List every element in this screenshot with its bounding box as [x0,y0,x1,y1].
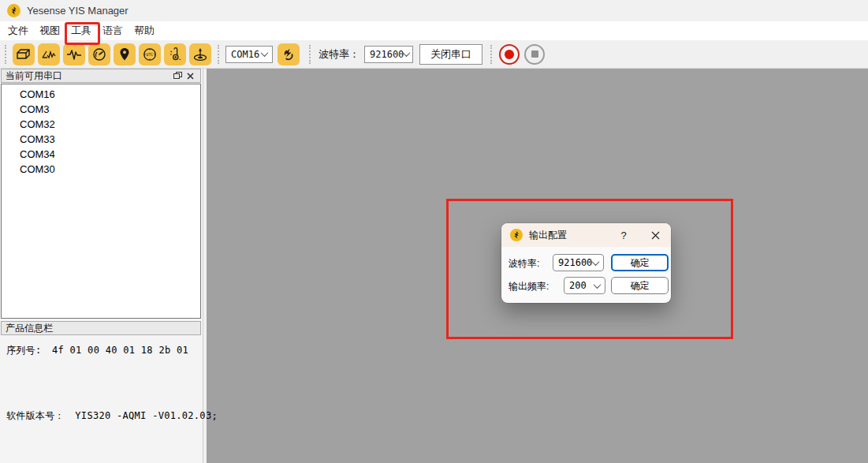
stop-button[interactable] [524,44,545,65]
close-icon [651,231,660,240]
output-rate-row: 输出频率: 200 确定 [509,277,664,294]
port-list-item[interactable]: COM30 [2,162,200,177]
menu-view[interactable]: 视图 [35,22,65,39]
chevron-down-icon [261,49,269,57]
toolbar-drag-handle[interactable] [5,45,6,64]
record-button[interactable] [499,44,520,65]
dialog-logo-icon [510,229,523,241]
gauge-icon [92,47,106,62]
stylus-calibration-button[interactable] [189,43,211,65]
dialog-baud-label: 波特率: [509,257,539,271]
dialog-rate-value: 200 [569,280,587,291]
location-pin-icon [119,47,130,62]
toolbar-separator [490,45,492,64]
serial-number-value: 4f 01 00 40 01 18 2b 01 [52,345,188,356]
baud-rate-label: 波特率： [319,47,359,62]
port-select-value: COM16 [231,49,259,60]
menu-tools[interactable]: 工具 [66,22,96,39]
temperature-button[interactable] [164,43,186,65]
baud-rate-value: 921600 [370,49,404,60]
app-logo-icon [7,4,20,17]
cube-3d-icon [16,48,32,61]
menu-file[interactable]: 文件 [3,22,33,39]
serial-number-row: 序列号: 4f 01 00 40 01 18 2b 01 [6,344,188,357]
dock-title: 当前可用串口 [6,69,62,83]
port-list-item[interactable]: COM33 [2,132,200,147]
dialog-rate-select[interactable]: 200 [564,277,605,294]
dialog-help-button[interactable]: ? [617,230,631,241]
dialog-title-bar[interactable]: 输出配置 ? [501,223,671,247]
refresh-ports-button[interactable] [278,43,300,65]
location-button[interactable] [114,43,136,65]
dialog-body: 波特率: 921600 确定 输出频率: 200 确定 [501,247,671,303]
menu-language[interactable]: 语言 [98,22,128,39]
angle-waveform-icon [41,48,57,61]
window-title: Yesense YIS Manager [27,5,129,17]
dialog-close-button[interactable] [648,231,662,240]
port-list-item[interactable]: COM3 [2,102,200,117]
port-list-item[interactable]: COM16 [2,87,200,102]
software-version-label: 软件版本号： [6,410,65,421]
dock-header-available-ports: 当前可用串口 [1,69,201,83]
record-icon [505,50,514,59]
close-panel-button[interactable] [184,70,196,81]
baud-ok-button[interactable]: 确定 [611,254,669,271]
serial-number-label: 序列号: [6,345,41,356]
dock-header-product-info: 产品信息栏 [1,321,201,335]
stop-icon [531,50,538,58]
menu-help[interactable]: 帮助 [129,22,159,39]
utc-clock-button[interactable]: UTC [139,43,161,65]
software-version-row: 软件版本号： YIS320 -AQMI -V01.02.03; [6,409,218,423]
product-info-title: 产品信息栏 [6,322,53,335]
toolbar: UTC COM16 波特率： 921600 关闭串口 [0,40,868,69]
software-version-value: YIS320 -AQMI -V01.02.03; [75,410,218,421]
chevron-down-icon [592,258,600,266]
dialog-baud-value: 921600 [558,257,592,268]
chevron-down-icon [403,49,411,57]
toolbar-separator [309,45,311,64]
dialog-baud-select[interactable]: 921600 [553,254,604,271]
view-3d-button[interactable] [13,43,35,65]
stylus-on-pad-icon [192,47,208,62]
port-select[interactable]: COM16 [225,46,273,63]
dialog-rate-label: 输出频率: [509,280,549,293]
title-bar: Yesense YIS Manager [0,0,868,21]
serial-port-dock: 当前可用串口 COM16 COM3 COM32 COM33 COM34 COM3… [0,69,203,463]
thermometer-icon [168,47,182,62]
menu-bar: 文件 视图 工具 语言 帮助 [0,21,868,40]
chevron-down-icon [594,281,602,289]
available-ports-list: COM16 COM3 COM32 COM33 COM34 COM30 [1,84,201,319]
rate-ok-button[interactable]: 确定 [611,277,669,294]
baud-rate-select[interactable]: 921600 [364,46,413,63]
utc-clock-icon: UTC [143,47,157,62]
port-list-item[interactable]: COM34 [2,147,200,162]
toolbar-separator [218,45,219,64]
float-icon [173,72,182,80]
refresh-icon [281,47,296,62]
close-icon [187,73,194,80]
gauge-button[interactable] [88,43,110,65]
float-panel-button[interactable] [171,70,184,81]
angle-plot-button[interactable] [38,43,60,65]
port-list-item[interactable]: COM32 [2,117,200,132]
close-serial-port-button[interactable]: 关闭串口 [419,44,482,65]
output-config-dialog: 输出配置 ? 波特率: 921600 确定 输出频率: 200 确定 [501,223,671,303]
waveform-plot-button[interactable] [63,43,85,65]
dialog-title: 输出配置 [529,229,567,242]
waveform-icon [66,48,82,61]
baud-rate-row: 波特率: 921600 确定 [509,254,664,271]
svg-text:UTC: UTC [146,52,153,57]
